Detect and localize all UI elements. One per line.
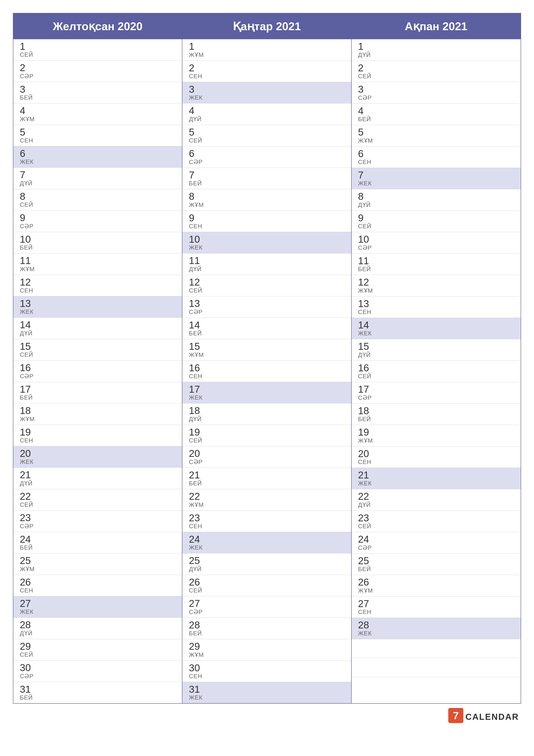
day-name: СӘР (358, 94, 516, 101)
day-row: 5СЕН (13, 125, 182, 146)
day-number: 29 (20, 641, 178, 651)
day-number: 15 (20, 341, 178, 351)
day-number: 25 (20, 555, 178, 565)
day-number: 7 (20, 170, 178, 180)
day-number: 8 (358, 191, 516, 201)
day-number: 17 (20, 384, 178, 394)
day-name: СЕН (20, 437, 178, 444)
day-row: 30СЕН (182, 661, 351, 682)
day-row: 9СЕН (182, 211, 351, 232)
day-name: ДҮЙ (20, 480, 178, 487)
day-name: ЖЕК (189, 94, 347, 101)
day-name: ДҮЙ (189, 265, 347, 273)
day-row: 25ЖҰМ (13, 554, 182, 575)
day-row: 5ЖҰМ (352, 125, 521, 147)
day-number: 26 (358, 577, 516, 587)
day-row: 3ЖЕК (182, 82, 351, 103)
day-row: 27СЕН (352, 597, 521, 618)
day-number: 3 (20, 84, 178, 94)
day-name: БЕЙ (358, 116, 516, 122)
day-row: 20СЕН (352, 446, 521, 468)
day-name: ДҮЙ (189, 416, 347, 422)
calendar-logo-icon: 7 (448, 708, 463, 726)
day-number: 11 (189, 256, 347, 265)
day-row: 22ЖҰМ (182, 489, 351, 511)
day-name: СЕН (189, 673, 347, 680)
day-row: 22СЕЙ (13, 489, 182, 511)
day-number: 1 (189, 41, 347, 51)
day-row: 25ДҮЙ (182, 554, 351, 575)
day-name: ЖЕК (20, 458, 178, 465)
month-header-1: Қаңтар 2021 (182, 14, 351, 39)
day-number: 9 (358, 213, 516, 223)
day-name: СЕЙ (189, 587, 347, 594)
day-number: 12 (189, 277, 347, 287)
day-name: СЕЙ (189, 137, 347, 144)
day-name: СЕН (358, 159, 516, 166)
day-number: 22 (189, 491, 347, 501)
day-row: 8СЕЙ (13, 189, 182, 210)
day-number: 17 (358, 384, 516, 394)
day-row: 28ДҮЙ (13, 618, 182, 639)
day-number: 7 (358, 170, 516, 180)
day-number: 5 (189, 127, 347, 137)
day-number: 19 (189, 427, 347, 437)
day-name: СЕН (358, 608, 516, 615)
day-row: 18БЕЙ (352, 404, 521, 425)
day-name: СӘР (20, 73, 178, 80)
day-row: 23СЕЙ (352, 511, 521, 532)
day-row: 14ЖЕК (352, 318, 521, 339)
months-grid: Желтоқсан 20201СЕЙ2СӘР3БЕЙ4ЖҰМ5СЕН6ЖЕК7Д… (13, 13, 521, 704)
day-name: СЕН (20, 137, 178, 144)
day-row: 11ЖҰМ (13, 254, 182, 275)
day-row: 15ДҮЙ (352, 339, 521, 361)
day-row: 23СӘР (13, 511, 182, 532)
month-col-1: Қаңтар 20211ЖҰМ2СЕН3ЖЕК4ДҮЙ5СЕЙ6СӘР7БЕЙ8… (182, 14, 351, 703)
day-row: 14БЕЙ (182, 318, 351, 339)
day-number: 14 (20, 320, 178, 330)
day-name: ДҮЙ (20, 630, 178, 637)
day-name: ЖЕК (189, 394, 347, 401)
day-name: ЖЕК (20, 309, 178, 315)
day-name: ЖЕК (189, 244, 347, 251)
day-name: БЕЙ (358, 266, 516, 273)
day-name: БЕЙ (189, 180, 347, 187)
day-number: 25 (189, 555, 347, 565)
day-number: 28 (20, 620, 178, 630)
day-number: 5 (358, 127, 516, 137)
day-number: 10 (189, 234, 347, 244)
day-name: СЕЙ (358, 73, 516, 80)
day-name: СӘР (20, 523, 178, 530)
day-number: 27 (20, 599, 178, 608)
day-name: ЖЕК (20, 158, 178, 165)
day-number: 3 (358, 84, 516, 94)
day-row: 2СӘР (13, 61, 182, 82)
day-number: 21 (20, 470, 178, 480)
day-name: СЕЙ (358, 373, 516, 380)
day-number: 2 (20, 63, 178, 73)
day-number: 2 (358, 63, 516, 73)
day-number: 5 (20, 127, 178, 137)
logo-area: 7 CALENDAR (13, 704, 521, 730)
day-row: 29СЕЙ (13, 639, 182, 661)
day-row: 23СЕН (182, 511, 351, 532)
day-name: ЖҰМ (189, 351, 347, 358)
day-number: 4 (189, 106, 347, 116)
day-row: 6СӘР (182, 146, 351, 168)
day-number: 26 (20, 577, 178, 587)
day-row: 20ЖЕК (13, 446, 182, 468)
day-row: 16СЕН (182, 361, 351, 382)
day-number: 19 (20, 427, 178, 437)
day-row: 10ЖЕК (182, 232, 351, 254)
day-name: ДҮЙ (358, 351, 516, 358)
day-row: 25БЕЙ (352, 554, 521, 575)
day-row: 1ЖҰМ (182, 39, 351, 61)
day-number: 18 (189, 406, 347, 416)
day-name: СӘР (189, 608, 347, 615)
day-number: 6 (20, 148, 178, 158)
day-row: 13СӘР (182, 296, 351, 318)
day-row: 21ЖЕК (352, 468, 521, 489)
day-name: ЖЕК (358, 180, 516, 187)
day-number: 18 (358, 406, 516, 416)
day-name: ЖЕК (189, 544, 347, 551)
